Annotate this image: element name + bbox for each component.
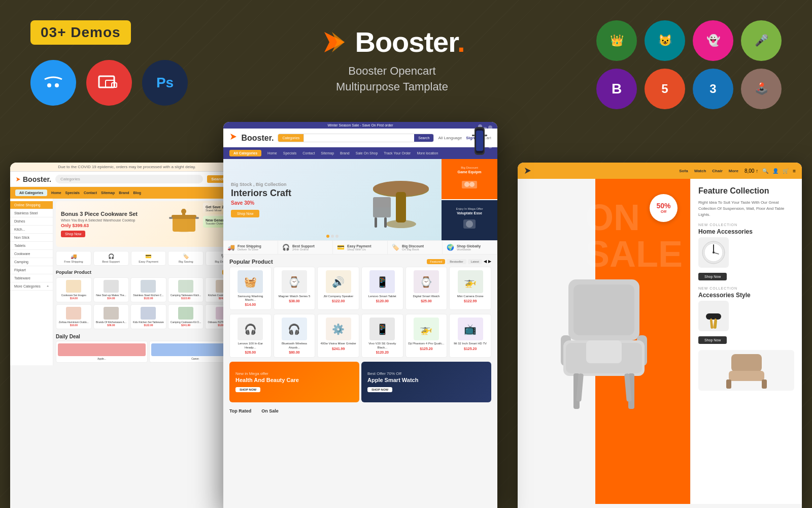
ss-center-cat-select[interactable]: Categories xyxy=(278,134,304,142)
ss-left-product-3[interactable]: Stainless Steel Kitchen C... $122.00 xyxy=(130,277,166,302)
ss-center-product-8[interactable]: 🎧 Bluetooth Wireless Airpob... $80.00 xyxy=(274,314,316,357)
ss-promo-apple-btn[interactable]: SHOP NOW xyxy=(367,387,392,392)
ss-left-nav-contact[interactable]: Contact xyxy=(84,191,97,195)
ss-left-cat-online[interactable]: Online Shopping xyxy=(10,201,53,209)
svg-rect-24 xyxy=(373,197,391,207)
ss-center-nav-more[interactable]: More location xyxy=(417,151,438,155)
ss-right-nav-sofa[interactable]: Sofa xyxy=(679,169,688,173)
ss-center-shop-btn[interactable]: Shop Now xyxy=(231,210,259,217)
ss-filter-featured[interactable]: Featured xyxy=(427,259,445,264)
svg-rect-15 xyxy=(182,209,185,216)
ss-right-nav-more[interactable]: More xyxy=(729,169,738,173)
ss-right-shop-btn-1[interactable]: Shop Now xyxy=(698,273,727,280)
ss-center-nav: Booster. Categories Search All Language … xyxy=(223,129,497,147)
ss-right-accessories-style: New Collection Accessories Style xyxy=(698,287,794,344)
ss-center-main-banner: Big Stock , Big Collection Interiors Cra… xyxy=(223,159,442,240)
svg-rect-46 xyxy=(586,340,622,363)
ss-promo-apple[interactable]: Best Offer 70% Off Apple Smart Watch SHO… xyxy=(361,362,491,402)
ss-left-nav-specials[interactable]: Specials xyxy=(65,191,80,195)
ss-left-banner-title: Bonus 3 Piece Cookware Set xyxy=(61,211,138,217)
ss-center-lang[interactable]: All Language xyxy=(438,136,462,140)
ss-left-notice: Due to the COVID 19 epidemic, orders may… xyxy=(10,163,244,172)
ss-promo-apple-text: Best Offer 70% Off Apple Smart Watch SHO… xyxy=(367,371,418,393)
ss-left-product-7[interactable]: Brands Of Kitchenware A... $36.00 xyxy=(93,304,129,329)
ss-center-product-11[interactable]: 🚁 Dji Phantom 4 Pro Quafc... $125.20 xyxy=(405,314,448,357)
logo-dot: . xyxy=(457,26,465,58)
ss-left-product-1[interactable]: Cookware Set Images $14.00 xyxy=(56,277,92,302)
ss-right-shop-btn-2[interactable]: Shop Now xyxy=(698,336,727,344)
ss-promo-health-btn[interactable]: SHOP NOW xyxy=(235,387,260,392)
ss-center-product-2[interactable]: ⌚ Magner Watch Series 5 $38.00 xyxy=(274,267,316,310)
ss-left-product-4[interactable]: Camping Tableware Kitch... $122.00 xyxy=(168,277,204,302)
ss-filter-next[interactable]: ▶ xyxy=(488,259,491,264)
ss-left-cat-tableware[interactable]: Tableware xyxy=(10,274,53,282)
ss-center-product-7[interactable]: 🎧 Lenovo 100 In-Ear Headp... $26.00 xyxy=(229,314,272,357)
ss-center-product-10[interactable]: 📱 Vivo V20 SE Gravity Black... $120.20 xyxy=(361,314,403,357)
ss-filter-bestseller[interactable]: Bestseller xyxy=(447,259,466,264)
ss-center-product-3[interactable]: 🔊 Jbl Company Speaker $122.00 xyxy=(317,267,359,310)
ss-center-nav-sale[interactable]: Sale On Shop xyxy=(356,151,378,155)
ss-right-search-icon[interactable]: 🔍 xyxy=(762,168,768,174)
ss-center-search-btn[interactable]: Search xyxy=(414,134,433,142)
ss-left-product-8[interactable]: Kids Kitchen Set Tableware $122.00 xyxy=(130,304,166,329)
ss-right-cart-icon[interactable]: 🛒 xyxy=(783,168,789,174)
ss-right-nav-watch[interactable]: Watch xyxy=(694,169,706,173)
ss-right-menu-icon[interactable]: ≡ xyxy=(793,168,796,174)
ss-center-nav-home[interactable]: Home xyxy=(267,151,277,155)
ss-left-product-6[interactable]: Zorbas Aluminium Outdo... $10.00 xyxy=(56,304,92,329)
svg-point-29 xyxy=(466,220,473,228)
ss-left-cat-flipkart[interactable]: Flipkart xyxy=(10,266,53,274)
ss-left-nav-brand[interactable]: Brand xyxy=(119,191,129,195)
ss-left-search[interactable]: Categories xyxy=(55,175,203,183)
ss-left-cat-more[interactable]: More Categories + xyxy=(10,282,53,291)
top-section: 03+ Demos xyxy=(0,0,812,119)
ss-left-main: Online Shopping Stainless Steel Dishes K… xyxy=(10,199,244,365)
ss-left-daily-1[interactable]: Apple... xyxy=(56,341,148,363)
ss-center-logo: Booster. xyxy=(229,133,274,143)
ss-center-product-12[interactable]: 📺 Mi 32 Inch Smart HD TV $125.20 xyxy=(449,314,491,357)
ss-filter-prev[interactable]: ◀ xyxy=(484,259,487,264)
ss-left-features: 🚚 Free Shipping 🎧 Best Support 💳 Easy Pa… xyxy=(56,251,241,266)
ss-center-search-input[interactable] xyxy=(304,136,414,140)
ss-center-features: 🚚 Free ShippingDeliver To Door 🎧 Best Su… xyxy=(223,240,497,255)
ss-left-nav-blog[interactable]: Blog xyxy=(133,191,141,195)
ss-center-product-6[interactable]: 🚁 Mini Camera Drone $122.99 xyxy=(449,267,491,310)
ss-left-nav-all[interactable]: All Categories xyxy=(15,189,47,196)
ss-center-subnav-all[interactable]: All Categories xyxy=(229,150,261,156)
ss-left-cat-kitch[interactable]: Kitch... xyxy=(10,226,53,234)
ss-left-nav-sitemap[interactable]: Sitemap xyxy=(101,191,115,195)
ss-left-topbar: Booster. Categories Search ♡ xyxy=(10,172,244,187)
ss-right-user-icon[interactable]: 👤 xyxy=(772,168,779,174)
demos-badge: 03+ Demos xyxy=(30,20,131,45)
ss-center-nav-sitemap[interactable]: Sitemap xyxy=(321,151,334,155)
ss-left-cat-nonstick[interactable]: Non Stick xyxy=(10,234,53,242)
ss-center-product-1[interactable]: 🧺 Samsung Washing Machi... $14.00 xyxy=(229,267,272,310)
ss-top-rated-label: Top Rated xyxy=(229,408,251,414)
ss-left-banner-btn[interactable]: Shop Now xyxy=(61,231,85,237)
ss-center-subnav: All Categories Home Specials Contact Sit… xyxy=(223,147,497,159)
ss-left-cat-cookware[interactable]: Cookware xyxy=(10,250,53,258)
ss-center-banner-text: Big Stock , Big Collection Interiors Cra… xyxy=(231,182,291,217)
ss-center-product-4[interactable]: 📱 Lenovo Smart Tablet $120.00 xyxy=(361,267,403,310)
tech-icons-row2: B 5 3 🕹️ xyxy=(596,69,782,109)
ss-center-nav-contact[interactable]: Contact xyxy=(302,151,315,155)
ss-left-nav-home[interactable]: Home xyxy=(51,191,61,195)
ss-left-product-9[interactable]: Camping Cookware Kit O... $241.99 xyxy=(168,304,204,329)
bootstrap-icon: B xyxy=(596,69,637,109)
tech-icons-row1: 👑 😺 👻 🎤 xyxy=(596,20,782,61)
ss-center-nav-specials[interactable]: Specials xyxy=(283,151,296,155)
ss-left-cat-steel[interactable]: Stainless Steel xyxy=(10,209,53,217)
ss-left-cat-camping[interactable]: Camping xyxy=(10,258,53,266)
ss-left-product-2[interactable]: New Start-up Makes The... $14.00 xyxy=(93,277,129,302)
ss-center-feature-payment: 💳 Easy PaymentShop With Us xyxy=(333,241,388,254)
ss-filter-latest[interactable]: Latest xyxy=(468,259,482,264)
ss-right-nav-chair[interactable]: Chair xyxy=(712,169,722,173)
ss-center-product-5[interactable]: ⌚ Digital Smart Watch $25.00 xyxy=(405,267,448,310)
ss-center-product-9[interactable]: ⚙️ 400w Visina Mixer Grinder $241.99 xyxy=(317,314,359,357)
ss-center-nav-track[interactable]: Track Your Order xyxy=(384,151,411,155)
ss-left-cat-dishes[interactable]: Dishes xyxy=(10,217,53,226)
ss-center-search[interactable]: Categories Search xyxy=(278,134,434,142)
ss-promo-health[interactable]: New in Mega offer Health And Beauty Care… xyxy=(229,362,359,402)
ss-left-cat-tablets[interactable]: Tablets xyxy=(10,242,53,250)
ss-center-nav-brand[interactable]: Brand xyxy=(340,151,350,155)
